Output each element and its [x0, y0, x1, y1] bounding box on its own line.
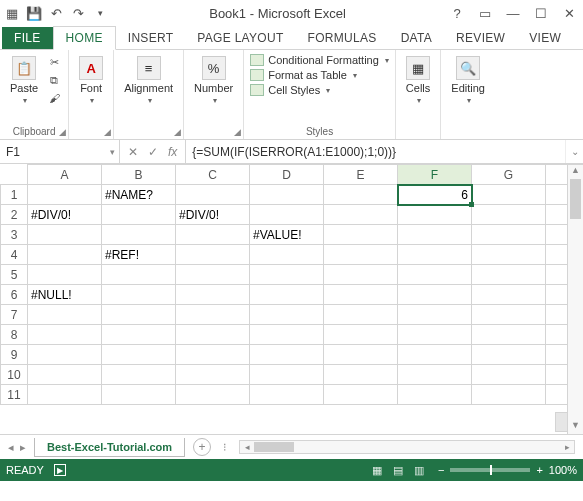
cell[interactable] [472, 305, 546, 325]
tab-review[interactable]: REVIEW [444, 27, 517, 49]
scrollbar-thumb[interactable] [254, 442, 294, 452]
cut-icon[interactable]: ✂ [46, 54, 62, 70]
row-header[interactable]: 7 [1, 305, 28, 325]
cell[interactable] [102, 205, 176, 225]
dialog-launcher-icon[interactable]: ◢ [234, 127, 241, 137]
cell[interactable] [176, 305, 250, 325]
page-layout-view-icon[interactable]: ▤ [389, 464, 407, 476]
cell[interactable] [28, 265, 102, 285]
cell[interactable] [176, 225, 250, 245]
cell[interactable] [102, 285, 176, 305]
scroll-right-icon[interactable]: ▸ [560, 441, 574, 453]
cell[interactable] [472, 365, 546, 385]
row-header[interactable]: 9 [1, 345, 28, 365]
cell[interactable] [324, 205, 398, 225]
tab-formulas[interactable]: FORMULAS [296, 27, 389, 49]
cell[interactable] [472, 325, 546, 345]
cell[interactable] [102, 385, 176, 405]
cell[interactable] [102, 365, 176, 385]
scrollbar-thumb[interactable] [570, 179, 581, 219]
tab-file[interactable]: FILE [2, 27, 53, 49]
zoom-slider[interactable] [450, 468, 530, 472]
cell[interactable] [398, 345, 472, 365]
cell[interactable] [250, 265, 324, 285]
enter-icon[interactable]: ✓ [148, 145, 158, 159]
expand-formula-bar-icon[interactable]: ⌄ [565, 140, 583, 163]
cell[interactable] [102, 305, 176, 325]
cell[interactable] [176, 385, 250, 405]
cell[interactable] [324, 225, 398, 245]
redo-icon[interactable]: ↷ [70, 5, 86, 21]
cell[interactable] [28, 225, 102, 245]
col-header[interactable]: G [472, 165, 546, 185]
active-cell[interactable]: 6 [398, 185, 472, 205]
cell[interactable] [398, 245, 472, 265]
dialog-launcher-icon[interactable]: ◢ [104, 127, 111, 137]
vertical-scrollbar[interactable]: ▲ ▼ [567, 165, 583, 434]
cell[interactable] [250, 325, 324, 345]
cell[interactable] [398, 225, 472, 245]
row-header[interactable]: 5 [1, 265, 28, 285]
cell[interactable] [398, 205, 472, 225]
cell[interactable] [28, 385, 102, 405]
sheet-prev-icon[interactable]: ◂ [8, 441, 14, 454]
minimize-icon[interactable]: — [503, 6, 523, 21]
cell[interactable] [250, 205, 324, 225]
cell-styles-button[interactable]: Cell Styles▾ [250, 84, 330, 96]
cell[interactable] [250, 345, 324, 365]
cell[interactable] [398, 365, 472, 385]
cell[interactable] [28, 325, 102, 345]
cell[interactable] [102, 225, 176, 245]
cell[interactable]: #NAME? [102, 185, 176, 205]
fx-icon[interactable]: fx [168, 145, 177, 159]
cell[interactable] [28, 345, 102, 365]
cancel-icon[interactable]: ✕ [128, 145, 138, 159]
row-header[interactable]: 10 [1, 365, 28, 385]
col-header[interactable]: D [250, 165, 324, 185]
cell[interactable] [398, 325, 472, 345]
cell[interactable]: #DIV/0! [28, 205, 102, 225]
tab-data[interactable]: DATA [389, 27, 444, 49]
row-header[interactable]: 11 [1, 385, 28, 405]
zoom-level[interactable]: 100% [549, 464, 577, 476]
horizontal-scrollbar[interactable]: ◂ ▸ [239, 440, 575, 454]
cell[interactable] [324, 245, 398, 265]
cell[interactable] [324, 385, 398, 405]
format-painter-icon[interactable]: 🖌 [46, 90, 62, 106]
cell[interactable] [250, 305, 324, 325]
undo-icon[interactable]: ↶ [48, 5, 64, 21]
zoom-in-icon[interactable]: + [536, 464, 542, 476]
cell[interactable] [472, 205, 546, 225]
sheet-next-icon[interactable]: ▸ [20, 441, 26, 454]
format-as-table-button[interactable]: Format as Table▾ [250, 69, 357, 81]
cell[interactable] [176, 245, 250, 265]
formula-input[interactable] [186, 140, 565, 163]
dialog-launcher-icon[interactable]: ◢ [59, 127, 66, 137]
col-header[interactable]: B [102, 165, 176, 185]
macro-record-icon[interactable]: ▶ [54, 464, 66, 476]
cell[interactable] [176, 265, 250, 285]
cell[interactable]: #REF! [102, 245, 176, 265]
col-header[interactable]: F [398, 165, 472, 185]
qat-dropdown-icon[interactable]: ▾ [92, 5, 108, 21]
cell[interactable] [472, 345, 546, 365]
tab-pagelayout[interactable]: PAGE LAYOUT [185, 27, 295, 49]
col-header[interactable]: A [28, 165, 102, 185]
col-header[interactable]: C [176, 165, 250, 185]
scroll-up-icon[interactable]: ▲ [568, 165, 583, 179]
cell[interactable] [398, 285, 472, 305]
cell[interactable] [176, 365, 250, 385]
row-header[interactable]: 1 [1, 185, 28, 205]
maximize-icon[interactable]: ☐ [531, 6, 551, 21]
tab-home[interactable]: HOME [53, 26, 116, 50]
cell[interactable] [28, 185, 102, 205]
cell[interactable] [176, 325, 250, 345]
cell[interactable] [472, 245, 546, 265]
cell[interactable] [324, 365, 398, 385]
number-button[interactable]: % Number ▾ [190, 54, 237, 107]
cell[interactable] [102, 265, 176, 285]
cell[interactable] [28, 365, 102, 385]
alignment-button[interactable]: ≡ Alignment ▾ [120, 54, 177, 107]
cell[interactable] [250, 285, 324, 305]
cell[interactable] [102, 345, 176, 365]
